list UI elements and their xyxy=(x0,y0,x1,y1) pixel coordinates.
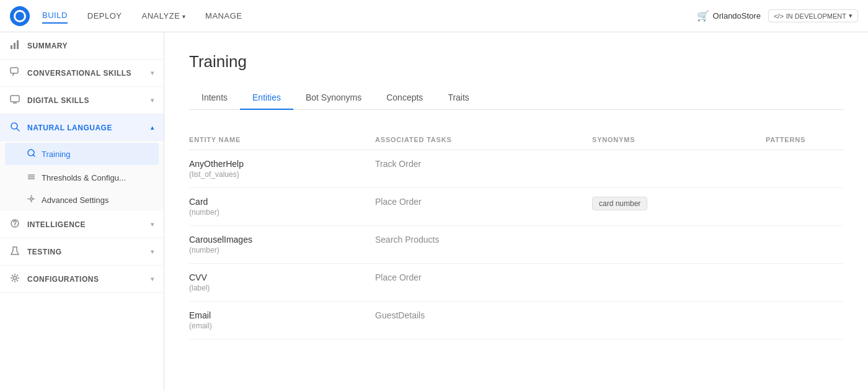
entity-cell-1: AnyOtherHelp (list_of_values) xyxy=(189,159,375,179)
thresholds-icon xyxy=(27,173,35,182)
page-title: Training xyxy=(189,52,843,71)
entity-name-5: Email xyxy=(189,310,375,320)
tab-entities[interactable]: Entities xyxy=(240,86,293,110)
sidebar-thresholds[interactable]: Thresholds & Configu... xyxy=(0,166,164,189)
svg-point-16 xyxy=(14,277,17,280)
configurations-arrow: ▾ xyxy=(151,276,154,282)
table-row: Email (email) GuestDetails xyxy=(189,302,843,339)
summary-icon xyxy=(10,40,20,52)
table-row: AnyOtherHelp (list_of_values) Track Orde… xyxy=(189,150,843,188)
sidebar-digital-skills-label: DIGITAL SKILLS xyxy=(27,96,89,105)
app-logo[interactable] xyxy=(10,6,30,26)
entity-name-1: AnyOtherHelp xyxy=(189,159,375,169)
col-entity-name: ENTITY NAME xyxy=(189,136,375,143)
natural-lang-icon xyxy=(10,122,20,133)
svg-rect-1 xyxy=(14,43,16,49)
store-icon: 🛒 xyxy=(697,10,709,22)
entity-name-2: Card xyxy=(189,197,375,207)
advanced-settings-label: Advanced Settings xyxy=(42,196,108,205)
svg-point-13 xyxy=(30,198,33,200)
store-selector[interactable]: 🛒 OrlandoStore xyxy=(697,10,761,22)
sidebar-item-intelligence[interactable]: INTELLIGENCE ▾ xyxy=(0,211,164,238)
testing-icon xyxy=(10,246,20,258)
natural-lang-arrow: ▴ xyxy=(151,124,154,131)
tab-concepts[interactable]: Concepts xyxy=(374,86,435,110)
sidebar-intelligence-label: INTELLIGENCE xyxy=(27,220,86,229)
svg-point-15 xyxy=(14,225,16,227)
main-content: Training Intents Entities Bot Synonyms C… xyxy=(164,32,868,391)
svg-rect-3 xyxy=(11,68,18,73)
nav-analyze[interactable]: ANALYZE xyxy=(142,9,186,23)
entity-cell-4: CVV (label) xyxy=(189,272,375,292)
col-synonyms: SYNONYMS xyxy=(592,136,766,143)
app-layout: SUMMARY CONVERSATIONAL SKILLS ▾ DIGITAL … xyxy=(0,32,868,391)
top-nav: BUILD DEPLOY ANALYZE MANAGE 🛒 OrlandoSto… xyxy=(0,0,868,32)
svg-rect-4 xyxy=(11,96,19,102)
synonyms-2: card number xyxy=(592,197,766,210)
sidebar-testing-label: TESTING xyxy=(27,248,62,256)
sidebar-conv-skills-label: CONVERSATIONAL SKILLS xyxy=(27,69,131,78)
configurations-icon xyxy=(10,273,20,285)
task-1: Track Order xyxy=(375,159,592,169)
table-row: CarouselImages (number) Search Products xyxy=(189,226,843,264)
entity-type-5: (email) xyxy=(189,321,375,330)
nav-items: BUILD DEPLOY ANALYZE MANAGE xyxy=(42,8,697,24)
entity-type-2: (number) xyxy=(189,208,375,217)
sidebar-item-summary[interactable]: SUMMARY xyxy=(0,32,164,60)
intelligence-icon xyxy=(10,218,20,230)
entity-cell-2: Card (number) xyxy=(189,197,375,217)
tab-traits[interactable]: Traits xyxy=(435,86,481,110)
entity-name-3: CarouselImages xyxy=(189,235,375,245)
testing-arrow: ▾ xyxy=(151,248,154,255)
svg-line-7 xyxy=(17,128,19,131)
nav-manage[interactable]: MANAGE xyxy=(205,9,242,23)
sidebar-advanced-settings[interactable]: Advanced Settings xyxy=(0,189,164,211)
sidebar-item-natural-lang[interactable]: NATURAL LANGUAGE ▴ xyxy=(0,114,164,142)
col-patterns: PATTERNS xyxy=(766,136,843,143)
col-associated-tasks: ASSOCIATED TASKS xyxy=(375,136,592,143)
digital-skills-arrow: ▾ xyxy=(151,97,154,104)
sidebar-item-digital-skills[interactable]: DIGITAL SKILLS ▾ xyxy=(0,87,164,114)
sidebar-item-conv-skills[interactable]: CONVERSATIONAL SKILLS ▾ xyxy=(0,60,164,87)
dev-badge-arrow: ▾ xyxy=(849,12,852,20)
table-header: ENTITY NAME ASSOCIATED TASKS SYNONYMS PA… xyxy=(189,130,843,150)
entity-name-4: CVV xyxy=(189,272,375,282)
dev-badge[interactable]: </> IN DEVELOPMENT ▾ xyxy=(768,9,858,22)
synonym-badge-card: card number xyxy=(592,197,647,210)
dev-badge-icon: </> xyxy=(774,12,784,20)
dev-badge-label: IN DEVELOPMENT xyxy=(786,12,846,20)
sidebar-training[interactable]: Training xyxy=(5,143,159,165)
svg-rect-2 xyxy=(17,40,19,49)
task-2: Place Order xyxy=(375,197,592,207)
entity-cell-5: Email (email) xyxy=(189,310,375,330)
svg-line-9 xyxy=(33,155,35,156)
sidebar-configurations-label: CONFIGURATIONS xyxy=(27,275,99,284)
nav-right: 🛒 OrlandoStore </> IN DEVELOPMENT ▾ xyxy=(697,9,858,22)
task-5: GuestDetails xyxy=(375,310,592,320)
task-3: Search Products xyxy=(375,235,592,245)
sidebar-item-testing[interactable]: TESTING ▾ xyxy=(0,238,164,266)
training-icon xyxy=(27,149,35,159)
sidebar: SUMMARY CONVERSATIONAL SKILLS ▾ DIGITAL … xyxy=(0,32,164,391)
entity-type-1: (list_of_values) xyxy=(189,170,375,179)
entity-type-3: (number) xyxy=(189,246,375,254)
table-row: CVV (label) Place Order xyxy=(189,264,843,302)
table-row: Card (number) Place Order card number xyxy=(189,188,843,226)
task-4: Place Order xyxy=(375,272,592,282)
store-name: OrlandoStore xyxy=(713,11,761,20)
sidebar-item-configurations[interactable]: CONFIGURATIONS ▾ xyxy=(0,266,164,293)
natural-lang-subitems: Training Thresholds & Configu... Advance… xyxy=(0,143,164,211)
tabs: Intents Entities Bot Synonyms Concepts T… xyxy=(189,86,843,110)
advanced-settings-icon xyxy=(27,195,35,205)
thresholds-label: Thresholds & Configu... xyxy=(42,173,126,182)
intelligence-arrow: ▾ xyxy=(151,221,154,228)
tab-intents[interactable]: Intents xyxy=(189,86,240,110)
sidebar-natural-lang-label: NATURAL LANGUAGE xyxy=(27,124,112,132)
sidebar-summary-label: SUMMARY xyxy=(27,42,68,50)
entity-type-4: (label) xyxy=(189,284,375,292)
tab-bot-synonyms[interactable]: Bot Synonyms xyxy=(293,86,374,110)
nav-build[interactable]: BUILD xyxy=(42,8,68,24)
training-label: Training xyxy=(42,150,70,159)
svg-rect-0 xyxy=(11,45,12,49)
nav-deploy[interactable]: DEPLOY xyxy=(87,9,122,23)
